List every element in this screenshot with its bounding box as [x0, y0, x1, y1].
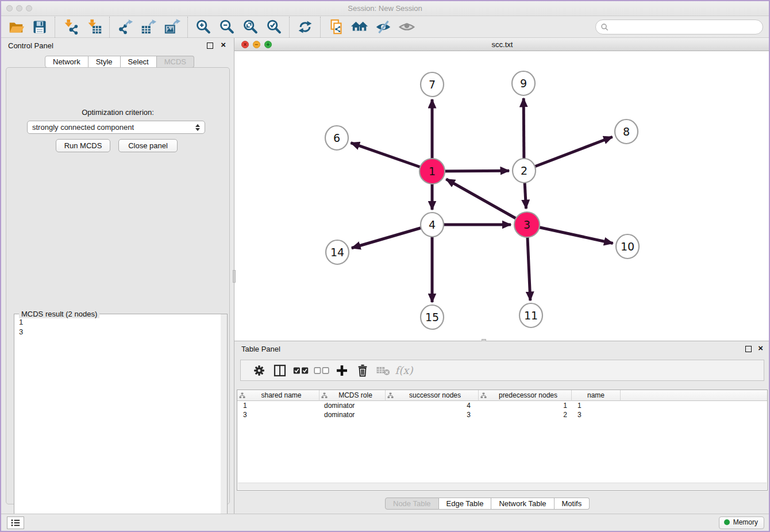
table-cell: 2 — [479, 411, 572, 419]
column-header-label: shared name — [245, 391, 317, 399]
open-session-button[interactable] — [6, 17, 25, 37]
table-cell: 3 — [237, 411, 319, 419]
select-all-checks-button[interactable] — [290, 362, 311, 379]
search-input[interactable] — [611, 21, 763, 33]
column-header-shared-name[interactable]: shared name — [237, 390, 319, 401]
tab-mcds[interactable]: MCDS — [157, 56, 194, 68]
column-header-label: predecessor nodes — [487, 391, 569, 399]
table-cell: 1 — [572, 402, 621, 410]
export-network-button[interactable] — [116, 17, 134, 37]
window-title: Session: New Session — [1, 4, 769, 13]
network-window-title: scc.txt — [234, 40, 770, 49]
result-line: 1 — [19, 317, 215, 327]
node-label-15: 15 — [425, 311, 439, 323]
eye-icon — [398, 18, 415, 36]
tab-node-table[interactable]: Node Table — [385, 498, 439, 510]
toolbar-separator — [289, 17, 290, 37]
tab-network[interactable]: Network — [45, 56, 88, 68]
mcds-result-group: MCDS result (2 nodes) 13 — [14, 314, 228, 531]
toolbar-separator — [109, 17, 110, 37]
save-session-button[interactable] — [30, 17, 49, 37]
sort-tree-icon — [239, 392, 245, 399]
zoom-fit-icon — [242, 18, 259, 36]
show-graphics-details-button[interactable] — [397, 17, 416, 37]
column-header-predecessor-nodes[interactable]: predecessor nodes — [479, 390, 572, 401]
node-label-4: 4 — [429, 218, 436, 231]
zoom-fit-button[interactable] — [241, 17, 260, 37]
tab-style[interactable]: Style — [88, 56, 121, 68]
apply-function-button[interactable]: f(x) — [394, 362, 414, 379]
first-neighbors-button[interactable] — [350, 17, 369, 37]
float-panel-icon[interactable] — [207, 43, 213, 49]
table-cell: 1 — [479, 402, 572, 410]
refresh-layout-button[interactable] — [295, 17, 314, 37]
refresh-icon — [297, 19, 313, 35]
node-label-8: 8 — [623, 125, 630, 138]
delete-table-button[interactable] — [373, 362, 394, 379]
control-panel-title: Control Panel — [8, 41, 53, 50]
close-panel-icon[interactable]: × — [758, 343, 763, 353]
column-header-successor-nodes[interactable]: successor nodes — [386, 390, 479, 401]
float-panel-icon[interactable] — [745, 346, 752, 352]
column-header-label: successor nodes — [394, 391, 476, 399]
node-label-14: 14 — [330, 246, 344, 259]
hide-graphics-details-button[interactable] — [374, 17, 392, 37]
table-options-button[interactable] — [249, 362, 270, 379]
table-cell: 3 — [572, 411, 621, 419]
mcds-result-text[interactable]: 13 — [14, 316, 220, 530]
zoom-in-button[interactable] — [194, 17, 213, 37]
table-row[interactable]: 3dominator323 — [237, 410, 767, 419]
import-table-button[interactable] — [84, 17, 103, 37]
edge-2-8[interactable] — [524, 137, 613, 171]
memory-button[interactable]: Memory — [719, 516, 764, 529]
table-panel: Table Panel × — [234, 341, 770, 516]
delete-columns-button[interactable] — [352, 362, 373, 379]
criterion-value: strongly connected component — [32, 123, 195, 132]
tab-network-table[interactable]: Network Table — [491, 498, 554, 510]
memory-status-icon — [724, 519, 730, 525]
network-canvas[interactable]: 7968124314101511 — [234, 51, 769, 341]
network-window-titlebar[interactable]: × − + scc.txt — [234, 38, 770, 51]
export-image-icon — [164, 18, 181, 36]
tab-motifs[interactable]: Motifs — [555, 498, 590, 510]
column-header-label: name — [573, 391, 618, 399]
gear-icon — [253, 364, 265, 377]
import-network-button[interactable] — [61, 17, 80, 37]
criterion-dropdown[interactable]: strongly connected component — [27, 121, 205, 134]
add-column-button[interactable] — [332, 362, 352, 379]
node-label-2: 2 — [521, 164, 528, 177]
close-panel-icon[interactable]: × — [221, 40, 226, 50]
open-folder-icon — [7, 18, 25, 36]
memory-label: Memory — [733, 518, 758, 526]
control-panel: Control Panel × Network Style Select MCD… — [1, 38, 234, 516]
toolbar-separator — [320, 17, 321, 37]
clone-network-button[interactable] — [326, 17, 345, 37]
table-scrollbar[interactable] — [238, 483, 767, 489]
tab-select[interactable]: Select — [121, 56, 157, 68]
column-header-name[interactable]: name — [572, 390, 621, 401]
node-label-9: 9 — [520, 77, 527, 90]
column-header-MCDS-role[interactable]: MCDS role — [319, 390, 386, 401]
zoom-selected-icon — [265, 18, 283, 36]
table-row[interactable]: 1dominator411 — [237, 401, 767, 410]
export-table-button[interactable] — [139, 17, 158, 37]
run-mcds-button[interactable]: Run MCDS — [56, 139, 110, 152]
edge-3-1[interactable] — [446, 179, 527, 225]
search-field[interactable] — [595, 20, 763, 34]
tab-edge-table[interactable]: Edge Table — [439, 498, 492, 510]
splitter-handle[interactable] — [233, 270, 236, 283]
edge-4-14[interactable] — [352, 225, 432, 248]
table-panel-header: Table Panel × — [234, 341, 770, 356]
task-history-button[interactable] — [7, 516, 24, 529]
node-label-7: 7 — [429, 78, 436, 91]
zoom-selected-button[interactable] — [264, 17, 283, 37]
result-line: 3 — [19, 327, 215, 337]
export-image-button[interactable] — [163, 17, 182, 37]
node-label-10: 10 — [621, 240, 634, 253]
result-scrollbar[interactable] — [221, 314, 227, 530]
close-panel-button[interactable]: Close panel — [118, 139, 178, 152]
clear-all-checks-button[interactable] — [311, 362, 332, 379]
table-tabs: Node Table Edge Table Network Table Moti… — [385, 498, 590, 510]
show-column-panel-button[interactable] — [270, 362, 290, 379]
zoom-out-button[interactable] — [217, 17, 236, 37]
